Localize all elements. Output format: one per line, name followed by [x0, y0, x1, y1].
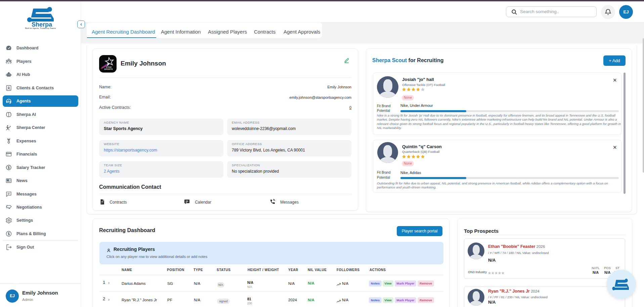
svg-text:STAR: STAR	[106, 66, 112, 68]
svg-text:SPORTS: SPORTS	[104, 68, 113, 70]
